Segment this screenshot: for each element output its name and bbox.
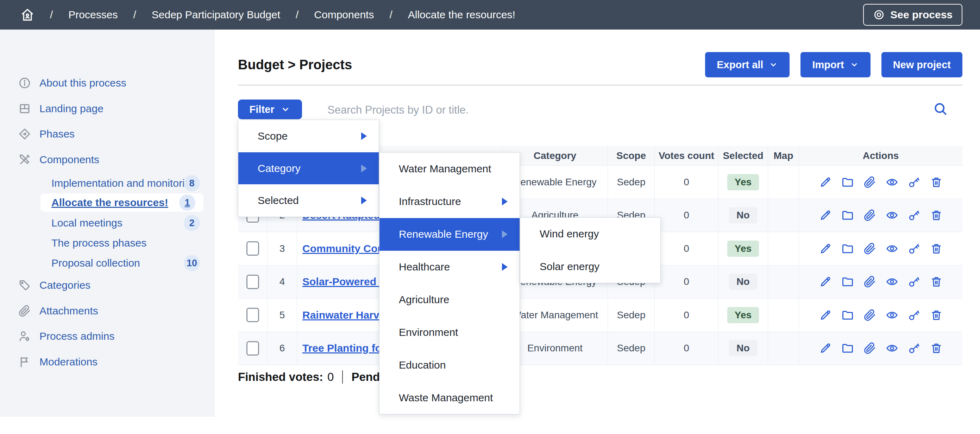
category-item-renewable-energy[interactable]: Renewable Energy xyxy=(379,218,520,251)
filter-menu-item-category[interactable]: Category xyxy=(238,152,379,185)
folder-icon[interactable] xyxy=(841,309,854,322)
row-checkbox[interactable] xyxy=(247,241,259,256)
category-item-water-management[interactable]: Water Management xyxy=(379,153,520,185)
finished-votes-value: 0 xyxy=(328,370,334,384)
paperclip-icon[interactable] xyxy=(864,242,876,255)
sidebar-item-components[interactable]: Components xyxy=(0,151,215,168)
breadcrumb-current[interactable]: Allocate the resources! xyxy=(408,9,515,21)
folder-icon[interactable] xyxy=(841,276,854,288)
folder-icon[interactable] xyxy=(841,242,854,255)
sidebar-item-implementation-and-monitoring[interactable]: Implementation and monitoring 8 xyxy=(0,175,215,192)
search-input[interactable] xyxy=(327,101,909,119)
category-item-infrastructure[interactable]: Infrastructure xyxy=(379,185,520,218)
delete-trash-icon[interactable] xyxy=(930,309,943,322)
sidebar-item-label: About this process xyxy=(40,77,126,89)
menu-item-label: Infrastructure xyxy=(399,196,461,207)
filter-menu-item-selected[interactable]: Selected xyxy=(238,184,379,217)
filter-menu-item-scope[interactable]: Scope xyxy=(238,120,379,152)
row-actions xyxy=(819,242,943,255)
preview-eye-icon[interactable] xyxy=(886,242,898,255)
sidebar-item-about-this-process[interactable]: About this process xyxy=(0,74,215,92)
subcategory-item-solar-energy[interactable]: Solar energy xyxy=(520,250,660,283)
project-title-link[interactable]: Tree Planting fo xyxy=(302,342,382,354)
preview-eye-icon[interactable] xyxy=(886,176,898,188)
home-icon[interactable] xyxy=(21,8,35,22)
preview-eye-icon[interactable] xyxy=(886,209,898,222)
row-actions xyxy=(819,209,943,222)
search-icon[interactable] xyxy=(933,101,948,117)
breadcrumb-processes[interactable]: Processes xyxy=(68,9,118,21)
see-process-button[interactable]: See process xyxy=(863,4,963,26)
folder-icon[interactable] xyxy=(841,176,854,188)
paperclip-icon[interactable] xyxy=(864,309,876,322)
phases-icon xyxy=(18,128,31,140)
edit-icon[interactable] xyxy=(819,276,832,288)
key-icon[interactable] xyxy=(908,309,921,322)
sidebar-item-moderations[interactable]: Moderations xyxy=(0,353,215,370)
row-checkbox[interactable] xyxy=(247,341,259,356)
subcategory-item-wind-energy[interactable]: Wind energy xyxy=(520,218,660,250)
delete-trash-icon[interactable] xyxy=(930,176,943,188)
category-item-waste-management[interactable]: Waste Management xyxy=(379,381,520,414)
folder-icon[interactable] xyxy=(841,209,854,222)
row-checkbox[interactable] xyxy=(247,275,259,289)
breadcrumb-components[interactable]: Components xyxy=(314,9,374,21)
delete-trash-icon[interactable] xyxy=(930,276,943,288)
category-item-education[interactable]: Education xyxy=(379,348,520,381)
key-icon[interactable] xyxy=(908,176,921,188)
project-title-link[interactable]: Solar-Powered S xyxy=(302,276,386,288)
sidebar-item-the-process-phases[interactable]: The process phases xyxy=(0,234,215,252)
breadcrumb-process-name[interactable]: Sedep Participatory Budget xyxy=(152,9,280,21)
key-icon[interactable] xyxy=(908,209,921,222)
project-title-link[interactable]: Community Con xyxy=(302,243,384,255)
menu-item-label: Healthcare xyxy=(399,261,450,273)
header-votes-count: Votes count xyxy=(654,146,718,165)
menu-item-label: Waste Management xyxy=(399,392,493,404)
edit-icon[interactable] xyxy=(819,242,832,255)
paperclip-icon[interactable] xyxy=(864,209,876,222)
category-item-agriculture[interactable]: Agriculture xyxy=(379,284,520,316)
delete-trash-icon[interactable] xyxy=(930,242,943,255)
project-title-link[interactable]: Rainwater Harve xyxy=(302,309,385,321)
breadcrumb: / Processes / Sedep Participatory Budget… xyxy=(21,0,515,30)
sidebar-item-landing-page[interactable]: Landing page xyxy=(0,100,215,117)
preview-eye-icon[interactable] xyxy=(886,309,898,322)
sidebar-item-label: Phases xyxy=(40,128,75,140)
folder-icon[interactable] xyxy=(841,342,854,355)
sidebar-item-phases[interactable]: Phases xyxy=(0,125,215,143)
preview-eye-icon[interactable] xyxy=(886,276,898,288)
main-header: Budget > Projects Export all Import New … xyxy=(238,51,963,78)
sidebar-item-process-admins[interactable]: Process admins xyxy=(0,328,215,345)
delete-trash-icon[interactable] xyxy=(930,342,943,355)
paperclip-icon[interactable] xyxy=(864,276,876,288)
sidebar-item-allocate-the-resources[interactable]: Allocate the resources! 1 xyxy=(40,193,204,212)
edit-icon[interactable] xyxy=(819,209,832,222)
key-icon[interactable] xyxy=(908,276,921,288)
sidebar-item-proposal-collection[interactable]: Proposal collection 10 xyxy=(0,255,215,271)
row-checkbox[interactable] xyxy=(247,308,259,322)
submenu-arrow-icon xyxy=(361,132,367,140)
sidebar-item-categories[interactable]: Categories xyxy=(0,277,215,294)
filter-button[interactable]: Filter xyxy=(238,100,302,119)
preview-eye-icon[interactable] xyxy=(886,342,898,355)
chevron-down-icon xyxy=(280,105,290,114)
edit-icon[interactable] xyxy=(819,176,832,188)
delete-trash-icon[interactable] xyxy=(930,209,943,222)
new-project-button[interactable]: New project xyxy=(881,52,963,78)
import-button[interactable]: Import xyxy=(800,52,870,78)
key-icon[interactable] xyxy=(908,242,921,255)
project-votes: 0 xyxy=(654,166,718,199)
edit-icon[interactable] xyxy=(819,309,832,322)
chevron-down-icon xyxy=(769,60,778,69)
category-item-environment[interactable]: Environment xyxy=(379,316,520,348)
sidebar-item-attachments[interactable]: Attachments xyxy=(0,303,215,319)
category-item-healthcare[interactable]: Healthcare xyxy=(379,251,520,284)
edit-icon[interactable] xyxy=(819,342,832,355)
export-all-label: Export all xyxy=(717,59,763,71)
export-all-button[interactable]: Export all xyxy=(705,52,789,78)
breadcrumb-separator: / xyxy=(133,9,136,21)
paperclip-icon[interactable] xyxy=(864,176,876,188)
key-icon[interactable] xyxy=(908,342,921,355)
sidebar-item-local-meetings[interactable]: Local meetings 2 xyxy=(0,215,215,231)
paperclip-icon[interactable] xyxy=(864,342,876,355)
